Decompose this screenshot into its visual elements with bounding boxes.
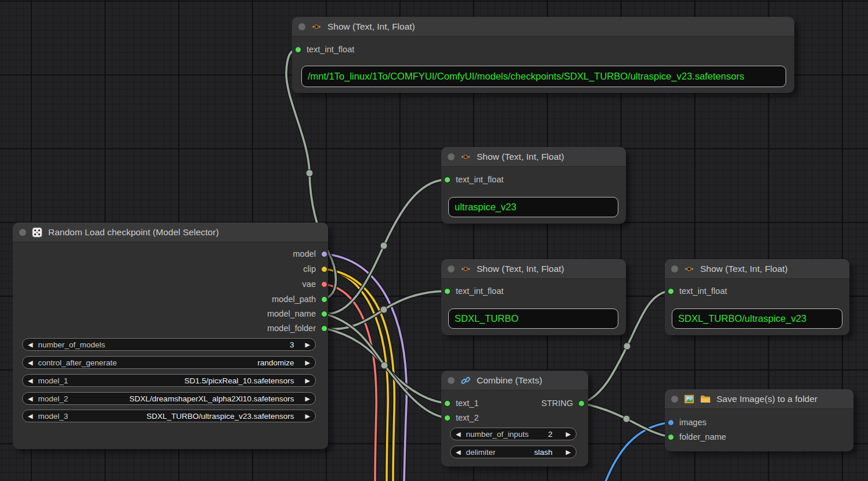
input-label: text_2 xyxy=(456,413,479,422)
input-label: text_int_float xyxy=(456,286,503,296)
collapse-dot[interactable] xyxy=(448,153,455,160)
output-label: model xyxy=(293,249,316,259)
eye-icon xyxy=(311,21,322,32)
output-port-clip[interactable] xyxy=(321,266,327,272)
decrement-arrow-icon[interactable]: ◀ xyxy=(23,341,38,349)
input-label: text_int_float xyxy=(307,45,354,54)
input-port-text-2[interactable] xyxy=(444,415,451,421)
widget-control-after-generate[interactable]: ◀ control_after_generate randomize ▶ xyxy=(22,356,316,369)
input-label: text_int_float xyxy=(679,286,727,296)
collapse-dot[interactable] xyxy=(448,377,455,384)
eye-icon xyxy=(684,264,694,274)
node-show-path-titlebar[interactable]: Show (Text, Int, Float) xyxy=(292,17,794,37)
widget-number-of-inputs[interactable]: ◀ number_of_inputs 2 ▶ xyxy=(450,428,577,440)
collapse-dot[interactable] xyxy=(671,396,678,403)
output-port-model-name[interactable] xyxy=(321,311,327,317)
increment-arrow-icon[interactable]: ▶ xyxy=(300,341,315,349)
decrement-arrow-icon[interactable]: ◀ xyxy=(23,412,38,420)
output-vae: vae xyxy=(302,278,327,290)
wire-clip-a xyxy=(324,269,388,481)
node-show-path: Show (Text, Int, Float) text_int_float /… xyxy=(292,17,794,93)
input-port[interactable] xyxy=(668,288,674,295)
display-value: SDXL_TURBO xyxy=(455,313,518,324)
node-show-name-titlebar[interactable]: Show (Text, Int, Float) xyxy=(441,147,626,167)
output-port-vae[interactable] xyxy=(321,281,327,288)
increment-arrow-icon[interactable]: ▶ xyxy=(300,359,315,367)
collapse-dot[interactable] xyxy=(448,265,455,272)
input-port-folder-name[interactable] xyxy=(668,434,674,440)
node-combine-titlebar[interactable]: Combine (Texts) xyxy=(441,371,588,390)
wire-images xyxy=(606,422,671,481)
input-label: text_int_float xyxy=(456,175,503,184)
node-show-folder: Show (Text, Int, Float) text_int_float S… xyxy=(441,259,626,335)
eye-icon xyxy=(460,152,471,162)
node-save-titlebar[interactable]: Save Image(s) to a folder xyxy=(665,389,853,409)
decrement-arrow-icon[interactable]: ◀ xyxy=(23,377,38,385)
widget-label: delimiter xyxy=(466,448,495,457)
node-show-folder-titlebar[interactable]: Show (Text, Int, Float) xyxy=(441,259,626,279)
collapse-dot[interactable] xyxy=(671,265,678,272)
output-label: clip xyxy=(303,264,316,274)
output-port-model-path[interactable] xyxy=(321,296,327,303)
node-title: Show (Text, Int, Float) xyxy=(327,21,415,32)
input-port[interactable] xyxy=(444,177,451,183)
output-port-string[interactable] xyxy=(578,400,585,407)
increment-arrow-icon[interactable]: ▶ xyxy=(561,448,576,456)
output-model-folder: model_folder xyxy=(267,322,327,334)
widget-value: SDXL/dreamshaperXL_alpha2Xl10.safetensor… xyxy=(129,394,300,403)
widget-label: model_2 xyxy=(38,394,68,403)
input-port[interactable] xyxy=(444,288,451,295)
node-graph-canvas[interactable]: Show (Text, Int, Float) text_int_float /… xyxy=(0,0,868,481)
display-value-box: ultraspice_v23 xyxy=(448,197,618,217)
output-label: model_path xyxy=(272,295,316,304)
display-value-box: SDXL_TURBO xyxy=(448,308,618,329)
widget-value: SDXL_TURBO/ultraspice_v23.safetensors xyxy=(146,412,300,421)
picture-icon xyxy=(684,394,694,404)
output-port-model[interactable] xyxy=(321,251,327,257)
widget-value: 2 xyxy=(548,430,561,439)
increment-arrow-icon[interactable]: ▶ xyxy=(300,395,315,403)
input-label: images xyxy=(679,418,707,427)
input-text-2: text_2 xyxy=(444,412,479,423)
increment-arrow-icon[interactable]: ▶ xyxy=(300,412,315,420)
node-show-name: Show (Text, Int, Float) text_int_float u… xyxy=(441,147,626,224)
input-text-1: text_1 xyxy=(444,397,479,409)
widget-delimiter[interactable]: ◀ delimiter slash ▶ xyxy=(450,446,577,458)
display-value: ultraspice_v23 xyxy=(455,202,516,213)
increment-arrow-icon[interactable]: ▶ xyxy=(561,430,576,438)
output-string: STRING xyxy=(541,397,585,409)
widget-value: randomize xyxy=(258,358,300,367)
widget-number-of-models[interactable]: ◀ number_of_models 3 ▶ xyxy=(22,338,316,351)
widget-model-3[interactable]: ◀ model_3 SDXL_TURBO/ultraspice_v23.safe… xyxy=(22,410,316,422)
decrement-arrow-icon[interactable]: ◀ xyxy=(23,359,38,367)
input-text-int-float: text_int_float xyxy=(444,285,503,297)
output-model-path: model_path xyxy=(272,293,327,305)
input-port[interactable] xyxy=(295,46,301,53)
decrement-arrow-icon[interactable]: ◀ xyxy=(451,448,466,456)
output-label: model_folder xyxy=(267,324,316,333)
decrement-arrow-icon[interactable]: ◀ xyxy=(451,430,466,438)
input-port-images[interactable] xyxy=(668,419,674,426)
node-title: Combine (Texts) xyxy=(477,375,542,386)
input-port-text-1[interactable] xyxy=(444,400,451,407)
widget-value: SD1.5/picxReal_10.safetensors xyxy=(184,376,300,385)
collapse-dot[interactable] xyxy=(19,229,26,236)
widget-label: model_3 xyxy=(38,412,68,421)
node-title: Save Image(s) to a folder xyxy=(716,394,817,404)
widget-model-2[interactable]: ◀ model_2 SDXL/dreamshaperXL_alpha2Xl10.… xyxy=(22,392,316,405)
node-title: Show (Text, Int, Float) xyxy=(477,264,564,274)
decrement-arrow-icon[interactable]: ◀ xyxy=(23,395,38,403)
output-model: model xyxy=(293,248,328,260)
widget-model-1[interactable]: ◀ model_1 SD1.5/picxReal_10.safetensors … xyxy=(22,374,316,387)
node-show-combined-titlebar[interactable]: Show (Text, Int, Float) xyxy=(665,259,849,279)
folder-icon xyxy=(700,394,711,404)
widget-label: number_of_inputs xyxy=(466,430,528,439)
collapse-dot[interactable] xyxy=(298,23,305,30)
output-port-model-folder[interactable] xyxy=(321,325,327,332)
increment-arrow-icon[interactable]: ▶ xyxy=(300,377,315,385)
node-loader-titlebar[interactable]: Random Load checkpoint (Model Selector) xyxy=(13,222,328,242)
output-label: model_name xyxy=(267,309,316,318)
display-value-box: SDXL_TURBO/ultraspice_v23 xyxy=(672,308,842,329)
widget-value: slash xyxy=(534,448,561,457)
input-label: text_1 xyxy=(456,399,479,408)
